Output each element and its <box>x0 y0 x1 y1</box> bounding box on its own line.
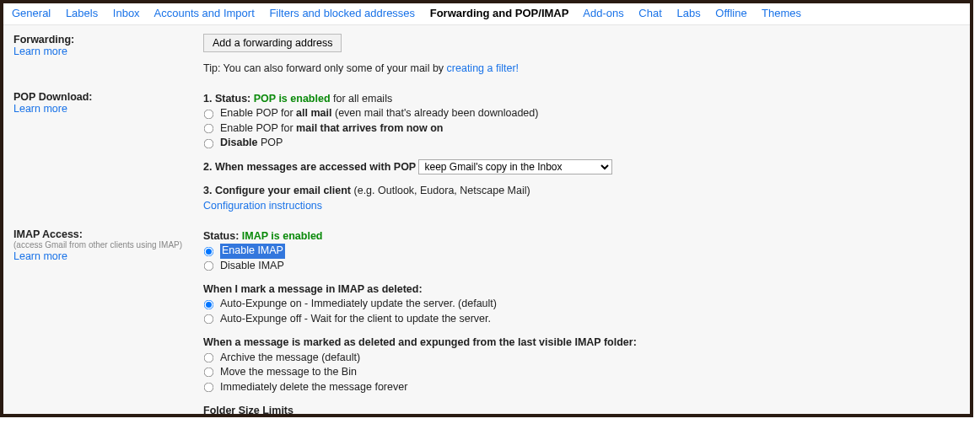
tab-general[interactable]: General <box>12 7 51 19</box>
settings-tabs: General Labels Inbox Accounts and Import… <box>3 3 970 25</box>
pop-enable-now-bold: mail that arrives from now on <box>296 122 443 134</box>
pop-status-label: 1. Status: <box>203 93 254 105</box>
tab-offline[interactable]: Offline <box>715 7 746 19</box>
creating-filter-link[interactable]: creating a filter! <box>447 62 519 74</box>
pop-disable-radio[interactable] <box>204 138 214 148</box>
tab-chat[interactable]: Chat <box>638 7 661 19</box>
pop-disable-prefix: Disable <box>220 137 257 148</box>
pop-enable-all-radio[interactable] <box>204 109 214 119</box>
tab-labels[interactable]: Labels <box>66 7 98 19</box>
imap-disable-label: Disable IMAP <box>220 259 284 274</box>
add-forwarding-address-button[interactable]: Add a forwarding address <box>203 34 342 52</box>
imap-archive-radio[interactable] <box>204 352 214 362</box>
section-imap: IMAP Access: (access Gmail from other cl… <box>3 225 970 417</box>
pop-learn-more-link[interactable]: Learn more <box>13 103 67 115</box>
imap-deleted-heading: When I mark a message in IMAP as deleted… <box>203 282 960 297</box>
imap-subtitle: (access Gmail from other clients using I… <box>13 240 203 250</box>
tab-forwarding[interactable]: Forwarding and POP/IMAP <box>430 7 569 19</box>
imap-delete-forever-radio[interactable] <box>204 382 214 392</box>
pop-config-instructions-link[interactable]: Configuration instructions <box>203 200 322 212</box>
imap-enable-radio[interactable] <box>204 246 214 256</box>
imap-learn-more-link[interactable]: Learn more <box>13 250 67 262</box>
pop-configure-suffix: (e.g. Outlook, Eudora, Netscape Mail) <box>351 185 530 196</box>
imap-status-value: IMAP is enabled <box>242 230 323 242</box>
imap-status-label: Status: <box>203 230 242 242</box>
pop-enable-all-prefix: Enable POP for <box>220 107 296 119</box>
pop-enable-now-radio[interactable] <box>204 124 214 134</box>
pop-enable-all-suffix: (even mail that's already been downloade… <box>332 107 539 119</box>
section-forwarding: Forwarding: Learn more Add a forwarding … <box>3 30 970 84</box>
tab-inbox[interactable]: Inbox <box>113 7 140 19</box>
forwarding-title: Forwarding: <box>13 34 203 46</box>
pop-configure-prefix: 3. Configure your email client <box>203 185 351 196</box>
tab-accounts[interactable]: Accounts and Import <box>154 7 255 19</box>
imap-delete-forever-label: Immediately delete the message forever <box>220 380 407 395</box>
pop-status-suffix: for all emails <box>331 93 393 105</box>
tab-filters[interactable]: Filters and blocked addresses <box>269 7 415 19</box>
pop-enable-now-prefix: Enable POP for <box>220 122 296 134</box>
imap-expunge-on-label: Auto-Expunge on - Immediately update the… <box>220 297 497 312</box>
imap-move-bin-radio[interactable] <box>204 368 214 378</box>
imap-expunge-off-label: Auto-Expunge off - Wait for the client t… <box>220 312 491 327</box>
imap-disable-radio[interactable] <box>204 261 214 271</box>
pop-enable-all-bold: all mail <box>296 107 331 119</box>
tab-labs[interactable]: Labs <box>676 7 700 19</box>
imap-title: IMAP Access: <box>13 228 203 240</box>
pop-title: POP Download: <box>13 91 203 103</box>
imap-expunge-off-radio[interactable] <box>204 314 214 325</box>
forwarding-tip-text: Tip: You can also forward only some of y… <box>203 62 447 74</box>
tab-addons[interactable]: Add-ons <box>583 7 623 19</box>
pop-status-value: POP is enabled <box>254 93 331 105</box>
pop-access-select[interactable]: keep Gmail's copy in the Inbox <box>418 159 612 174</box>
imap-move-bin-label: Move the message to the Bin <box>220 365 357 380</box>
imap-expunge-on-radio[interactable] <box>204 299 214 309</box>
imap-folder-heading: Folder Size Limits <box>203 403 960 417</box>
pop-disable-suffix: POP <box>257 137 283 148</box>
section-pop: POP Download: Learn more 1. Status: POP … <box>3 88 970 222</box>
imap-enable-label: Enable IMAP <box>220 244 285 259</box>
tab-themes[interactable]: Themes <box>762 7 801 19</box>
settings-content: Forwarding: Learn more Add a forwarding … <box>3 25 970 417</box>
forwarding-learn-more-link[interactable]: Learn more <box>13 46 67 57</box>
imap-expunged-heading: When a message is marked as deleted and … <box>203 335 960 350</box>
imap-archive-label: Archive the message (default) <box>220 351 360 366</box>
pop-access-label: 2. When messages are accessed with POP <box>203 161 418 173</box>
